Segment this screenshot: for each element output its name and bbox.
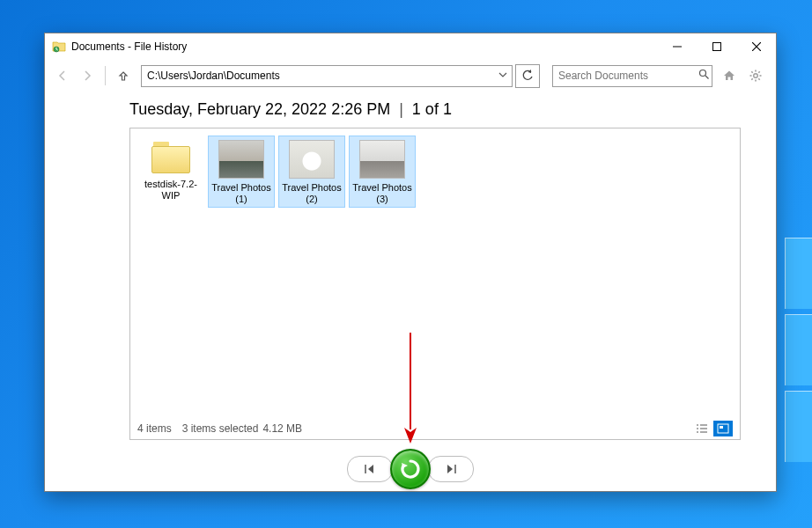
version-page-indicator: 1 of 1 <box>412 100 452 119</box>
desktop-background: Documents - File History <box>0 0 812 528</box>
svg-point-5 <box>699 70 705 77</box>
desktop-decoration <box>785 238 812 462</box>
status-size: 4.12 MB <box>262 422 302 435</box>
file-list-frame: testdisk-7.2-WIPTravel Photos (1)Travel … <box>129 128 741 440</box>
search-icon[interactable] <box>696 69 712 83</box>
folder-icon <box>151 142 190 173</box>
search-input[interactable] <box>553 70 696 82</box>
address-bar[interactable] <box>141 65 513 87</box>
forward-button[interactable] <box>77 65 98 86</box>
svg-line-12 <box>751 71 752 72</box>
file-grid[interactable]: testdisk-7.2-WIPTravel Photos (1)Travel … <box>130 128 740 418</box>
status-item-count: 4 items <box>137 422 172 435</box>
svg-line-6 <box>705 76 709 79</box>
image-item[interactable]: Travel Photos (2) <box>278 136 345 208</box>
home-button[interactable] <box>720 66 739 85</box>
file-history-icon <box>52 40 66 54</box>
version-heading: Tuesday, February 22, 2022 2:26 PM | 1 o… <box>129 95 741 128</box>
path-input[interactable] <box>142 66 494 86</box>
settings-button[interactable] <box>746 66 765 85</box>
details-view-button[interactable] <box>692 421 712 436</box>
heading-separator: | <box>399 100 403 119</box>
item-label: testdisk-7.2-WIP <box>139 179 203 202</box>
bottom-controls <box>45 447 776 491</box>
status-bar: 4 items 3 items selected 4.12 MB <box>130 418 740 439</box>
window-controls <box>657 33 776 60</box>
item-label: Travel Photos (3) <box>351 182 414 205</box>
search-box[interactable] <box>552 65 712 87</box>
address-dropdown-icon[interactable] <box>494 70 512 82</box>
image-thumbnail <box>289 140 335 179</box>
image-item[interactable]: Travel Photos (3) <box>349 136 416 208</box>
maximize-button[interactable] <box>697 33 736 60</box>
minimize-button[interactable] <box>657 33 697 60</box>
image-item[interactable]: Travel Photos (1) <box>208 136 275 208</box>
item-label: Travel Photos (1) <box>210 182 273 205</box>
refresh-button[interactable] <box>515 64 540 88</box>
svg-line-14 <box>751 78 752 79</box>
up-button[interactable] <box>114 67 132 84</box>
navigation-toolbar <box>45 60 776 92</box>
previous-version-button[interactable] <box>347 456 393 482</box>
file-history-window: Documents - File History <box>44 33 777 492</box>
version-timestamp: Tuesday, February 22, 2022 2:26 PM <box>129 100 390 119</box>
window-title: Documents - File History <box>71 40 657 53</box>
svg-line-13 <box>758 78 759 79</box>
next-version-button[interactable] <box>428 456 474 482</box>
item-label: Travel Photos (2) <box>280 182 343 205</box>
svg-rect-2 <box>712 43 720 51</box>
restore-button[interactable] <box>390 449 431 489</box>
svg-rect-23 <box>720 426 723 429</box>
back-button[interactable] <box>52 65 73 86</box>
close-button[interactable] <box>736 33 776 60</box>
image-thumbnail <box>359 140 405 179</box>
toolbar-divider <box>105 66 106 85</box>
titlebar: Documents - File History <box>45 33 776 60</box>
svg-line-15 <box>758 71 759 72</box>
image-thumbnail <box>218 140 264 179</box>
folder-item[interactable]: testdisk-7.2-WIP <box>137 136 204 204</box>
status-selection: 3 items selected <box>182 422 259 435</box>
svg-point-7 <box>754 74 758 78</box>
content-area: Tuesday, February 22, 2022 2:26 PM | 1 o… <box>45 92 776 447</box>
thumbnails-view-button[interactable] <box>713 421 733 436</box>
